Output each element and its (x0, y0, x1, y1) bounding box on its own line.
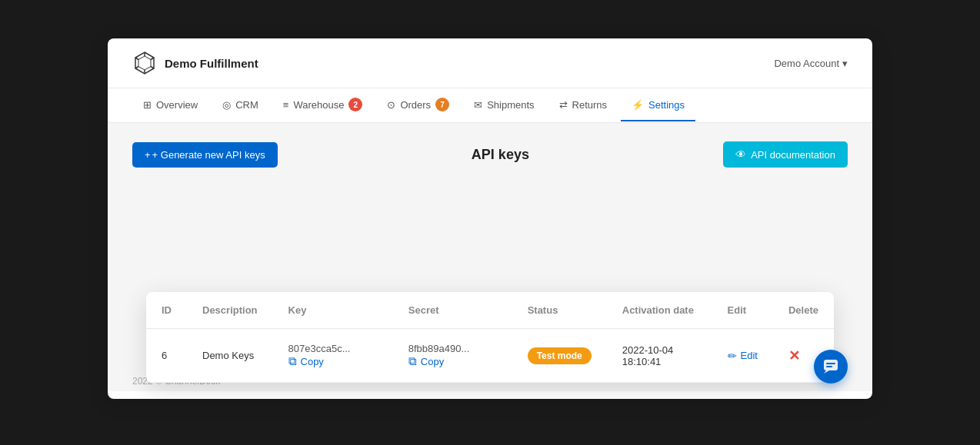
generate-api-key-button[interactable]: + + Generate new API keys (132, 142, 278, 168)
cell-edit: ✏ Edit (712, 329, 773, 383)
delete-button[interactable]: ✕ (788, 347, 800, 364)
cell-id: 6 (146, 329, 187, 383)
col-header-description: Description (187, 292, 273, 329)
brand: Demo Fulfillment (132, 51, 258, 75)
svg-rect-11 (826, 366, 832, 367)
nav-bar: ⊞ Overview ◎ CRM ≡ Warehouse 2 ⊙ Orders … (108, 88, 872, 123)
chat-icon (822, 358, 839, 375)
api-keys-table-card: ID Description Key Secret Status Activat… (146, 292, 834, 383)
eye-icon: 👁 (735, 148, 746, 161)
key-value: 807e3cca5c... (288, 343, 351, 354)
nav-label-settings: Settings (648, 99, 685, 111)
copy-key-button[interactable]: ⧉ Copy (288, 354, 324, 368)
content-area: + + Generate new API keys API keys 👁 API… (108, 123, 872, 391)
crm-icon: ◎ (222, 99, 231, 111)
nav-label-overview: Overview (156, 99, 198, 111)
table-body: 6 Demo Keys 807e3cca5c... ⧉ Copy 8fbb89 (146, 329, 834, 383)
copy-secret-button[interactable]: ⧉ Copy (408, 354, 444, 368)
nav-label-warehouse: Warehouse (293, 99, 344, 111)
shipments-icon: ✉ (474, 99, 482, 111)
warehouse-badge: 2 (348, 98, 362, 111)
app-card: Demo Fulfillment Demo Account ▾ ⊞ Overvi… (108, 38, 872, 399)
api-doc-btn-label: API documentation (751, 149, 835, 161)
cell-status: Test mode (512, 329, 607, 383)
nav-label-crm: CRM (235, 99, 258, 111)
nav-item-shipments[interactable]: ✉ Shipments (463, 90, 545, 121)
col-header-key: Key (273, 292, 393, 329)
api-documentation-button[interactable]: 👁 API documentation (723, 141, 848, 168)
page-wrapper: Demo Fulfillment Demo Account ▾ ⊞ Overvi… (0, 0, 980, 445)
nav-item-overview[interactable]: ⊞ Overview (132, 90, 208, 121)
orders-icon: ⊙ (387, 99, 395, 111)
chat-bubble-button[interactable] (814, 350, 848, 384)
edit-button[interactable]: ✏ Edit (728, 350, 758, 362)
plus-icon: + (145, 149, 151, 161)
cell-description: Demo Keys (187, 329, 273, 383)
cell-activation-date: 2022-10-04 18:10:41 (607, 329, 712, 383)
nav-label-returns: Returns (572, 99, 608, 111)
nav-item-warehouse[interactable]: ≡ Warehouse 2 (272, 88, 374, 122)
nav-label-shipments: Shipments (487, 99, 534, 111)
col-header-delete: Delete (773, 292, 834, 329)
brand-name: Demo Fulfillment (165, 57, 258, 70)
cell-key: 807e3cca5c... ⧉ Copy (273, 329, 393, 383)
col-header-id: ID (146, 292, 187, 329)
api-keys-table: ID Description Key Secret Status Activat… (146, 292, 834, 383)
nav-item-settings[interactable]: ⚡ Settings (621, 90, 695, 121)
content-header: + + Generate new API keys API keys 👁 API… (132, 141, 848, 168)
col-header-edit: Edit (712, 292, 773, 329)
copy-key-label: Copy (301, 356, 324, 367)
app-header: Demo Fulfillment Demo Account ▾ (108, 38, 872, 88)
nav-item-orders[interactable]: ⊙ Orders 7 (376, 88, 460, 122)
delete-icon: ✕ (788, 347, 800, 364)
col-header-secret: Secret (393, 292, 512, 329)
settings-icon: ⚡ (632, 99, 644, 111)
table-header-row: ID Description Key Secret Status Activat… (146, 292, 834, 329)
table-row: 6 Demo Keys 807e3cca5c... ⧉ Copy 8fbb89 (146, 329, 834, 383)
svg-rect-8 (824, 360, 838, 370)
account-label: Demo Account (774, 58, 839, 69)
copy-secret-label: Copy (421, 356, 444, 367)
nav-item-returns[interactable]: ⇄ Returns (548, 90, 618, 121)
nav-label-orders: Orders (400, 99, 431, 111)
account-dropdown-icon: ▾ (842, 58, 848, 69)
col-header-status: Status (512, 292, 607, 329)
copy-secret-icon: ⧉ (408, 354, 417, 368)
page-title: API keys (472, 147, 529, 163)
overview-icon: ⊞ (143, 99, 152, 111)
orders-badge: 7 (435, 98, 449, 111)
svg-marker-1 (138, 56, 151, 70)
secret-value: 8fbb89a490... (408, 343, 470, 354)
col-header-activation-date: Activation date (607, 292, 712, 329)
nav-item-crm[interactable]: ◎ CRM (212, 90, 269, 121)
status-badge: Test mode (528, 347, 592, 364)
copy-key-icon: ⧉ (288, 354, 297, 368)
brand-logo-icon (132, 51, 157, 75)
svg-marker-9 (824, 370, 829, 374)
returns-icon: ⇄ (559, 99, 568, 111)
table-header: ID Description Key Secret Status Activat… (146, 292, 834, 329)
cell-secret: 8fbb89a490... ⧉ Copy (393, 329, 512, 383)
edit-label: Edit (741, 350, 758, 361)
warehouse-icon: ≡ (283, 99, 289, 111)
generate-btn-label: + Generate new API keys (152, 149, 265, 161)
edit-icon: ✏ (728, 350, 737, 362)
account-menu[interactable]: Demo Account ▾ (774, 58, 848, 69)
svg-rect-10 (826, 363, 835, 364)
